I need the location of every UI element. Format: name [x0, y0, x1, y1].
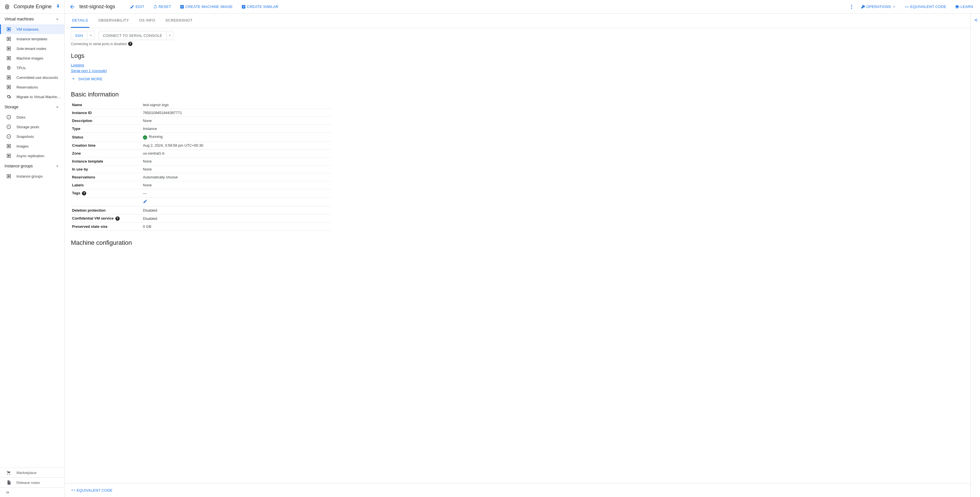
logging-link[interactable]: Logging — [71, 62, 964, 68]
reset-button[interactable]: RESET — [151, 3, 173, 11]
button-label: LEARN — [961, 5, 973, 9]
table-row: Deletion protectionDisabled — [71, 207, 332, 215]
nav-item-committed-use[interactable]: Committed-use discounts — [0, 73, 64, 82]
tpu-icon — [6, 65, 11, 70]
nav-item-label: Machine images — [16, 56, 43, 61]
release-notes-icon — [6, 480, 11, 485]
table-row: StatusRunning — [71, 133, 332, 142]
nav-section-virtual-machines[interactable]: Virtual machines — [0, 14, 64, 24]
help-icon[interactable]: ? — [82, 191, 86, 196]
nav-item-label: Reservations — [16, 85, 38, 89]
nav-item-release-notes[interactable]: Release notes — [0, 478, 64, 487]
info-value: None — [142, 117, 332, 125]
table-row: Creation timeAug 2, 2024, 3:59:58 pm UTC… — [71, 142, 332, 150]
chevron-down-icon — [89, 33, 93, 37]
basic-info-table: Nametest-signoz-logsInstance ID765010945… — [71, 101, 332, 231]
nav-item-instance-templates[interactable]: Instance templates — [0, 34, 64, 44]
nav-item-tpus[interactable]: TPUs — [0, 63, 64, 73]
help-icon[interactable]: ? — [128, 42, 132, 46]
back-button[interactable] — [69, 4, 75, 10]
serial-console-button[interactable]: CONNECT TO SERIAL CONSOLE — [99, 31, 166, 40]
nav-item-storage-pools[interactable]: Storage pools — [0, 122, 64, 132]
info-key: Reservations — [71, 173, 142, 181]
button-label: EQUIVALENT CODE — [76, 488, 113, 492]
table-row: Nametest-signoz-logs — [71, 101, 332, 109]
tab-screenshot[interactable]: SCREENSHOT — [164, 14, 194, 28]
edit-tags-button[interactable] — [143, 199, 148, 204]
ssh-button[interactable]: SSH — [71, 31, 87, 40]
create-machine-image-button[interactable]: CREATE MACHINE IMAGE — [178, 3, 235, 11]
sidebar-header: Compute Engine — [0, 0, 64, 14]
disk-icon — [6, 115, 11, 120]
nav-item-vm-instances[interactable]: VM instances — [0, 24, 64, 34]
chevron-down-icon — [168, 33, 172, 37]
learn-button[interactable]: LEARN — [953, 3, 975, 11]
create-similar-button[interactable]: CREATE SIMILAR — [239, 3, 281, 11]
info-key: Type — [71, 125, 142, 133]
nav-item-disks[interactable]: Disks — [0, 112, 64, 122]
info-key: Name — [71, 101, 142, 109]
table-row: TypeInstance — [71, 125, 332, 133]
template-icon — [6, 36, 11, 41]
nav-item-label: Marketplace — [16, 471, 37, 475]
serial-port-log-link[interactable]: Serial port 1 (console) — [71, 68, 964, 74]
edit-button[interactable]: EDIT — [127, 3, 146, 11]
nav-item-sole-tenant[interactable]: Sole-tenant nodes — [0, 44, 64, 53]
more-actions-button[interactable] — [849, 4, 854, 10]
status-running-icon — [143, 135, 147, 140]
wrench-icon — [861, 5, 865, 9]
table-row: Instance templateNone — [71, 158, 332, 166]
nav-item-instance-groups[interactable]: Instance groups — [0, 171, 64, 181]
nav-item-label: Committed-use discounts — [16, 75, 58, 80]
note-text: Connecting to serial ports is disabled — [71, 42, 126, 46]
pin-button[interactable] — [55, 4, 60, 10]
table-row: Confidential VM service?Disabled — [71, 215, 332, 223]
serial-dropdown[interactable] — [166, 31, 173, 40]
info-key: Instance template — [71, 158, 142, 166]
tab-observability[interactable]: OBSERVABILITY — [97, 14, 130, 28]
button-label: CREATE SIMILAR — [247, 5, 279, 9]
help-icon[interactable]: ? — [115, 217, 120, 221]
basic-info-heading: Basic information — [71, 91, 964, 98]
info-key: Confidential VM service? — [71, 215, 142, 223]
sidebar-collapse[interactable] — [0, 487, 64, 497]
nav-item-label: Sole-tenant nodes — [16, 46, 46, 51]
nav-section-storage[interactable]: Storage — [0, 102, 64, 112]
chevron-down-icon — [892, 5, 896, 9]
nav-item-marketplace[interactable]: Marketplace — [0, 468, 64, 478]
nav-section-instance-groups[interactable]: Instance groups — [0, 161, 64, 171]
tab-os-info[interactable]: OS INFO — [138, 14, 156, 28]
graduation-icon — [955, 5, 959, 9]
nav-item-machine-images[interactable]: Machine images — [0, 53, 64, 63]
info-value: Instance — [142, 125, 332, 133]
group-icon — [6, 174, 11, 179]
show-more-button[interactable]: SHOW MORE — [71, 76, 103, 81]
table-row: In use byNone — [71, 166, 332, 173]
nav-item-reservations[interactable]: Reservations — [0, 82, 64, 92]
table-row: ReservationsAutomatically choose — [71, 173, 332, 181]
image-icon — [6, 56, 11, 61]
nav-item-migrate[interactable]: Migrate to Virtual Machin… — [0, 92, 64, 102]
info-value: None — [142, 166, 332, 173]
ssh-dropdown[interactable] — [87, 31, 94, 40]
nav-item-label: Release notes — [16, 481, 40, 485]
right-panel-toggle[interactable] — [970, 14, 980, 497]
operations-button[interactable]: OPERATIONS — [858, 3, 898, 11]
equivalent-code-bottom-button[interactable]: EQUIVALENT CODE — [71, 486, 115, 494]
nav-item-async-replication[interactable]: Async replication — [0, 151, 64, 161]
info-value: test-signoz-logs — [142, 101, 332, 109]
info-key: In use by — [71, 166, 142, 173]
info-key — [71, 198, 142, 207]
node-icon — [6, 46, 11, 51]
nav-item-images[interactable]: Images — [0, 141, 64, 151]
sidebar: Compute Engine Virtual machines VM insta… — [0, 0, 65, 497]
sidebar-nav: Virtual machines VM instances Instance t… — [0, 14, 64, 467]
info-key: Instance ID — [71, 109, 142, 117]
serial-split-button: CONNECT TO SERIAL CONSOLE — [99, 31, 174, 40]
info-value: Aug 2, 2024, 3:59:58 pm UTC+05:30 — [142, 142, 332, 150]
equivalent-code-button[interactable]: EQUIVALENT CODE — [902, 3, 948, 11]
images-icon — [6, 143, 11, 149]
table-row: Instance ID7650109451944397771 — [71, 109, 332, 117]
nav-item-snapshots[interactable]: Snapshots — [0, 132, 64, 141]
tab-details[interactable]: DETAILS — [71, 14, 89, 28]
